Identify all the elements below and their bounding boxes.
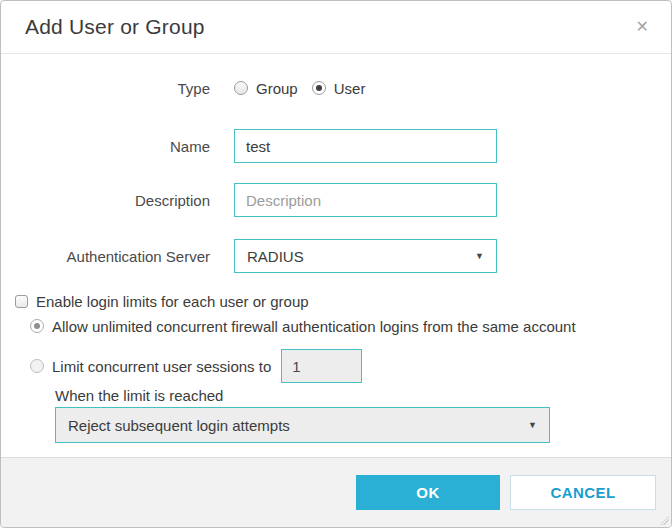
- allow-unlimited-row: Allow unlimited concurrent firewall auth…: [1, 317, 671, 335]
- close-icon[interactable]: ✕: [634, 17, 651, 37]
- user-radio-label[interactable]: User: [334, 80, 366, 97]
- allow-unlimited-radio[interactable]: [30, 319, 44, 333]
- type-option-group[interactable]: Group: [234, 80, 298, 97]
- description-label: Description: [1, 192, 210, 209]
- chevron-down-icon: ▼: [475, 251, 484, 261]
- auth-server-row: Authentication Server RADIUS ▼: [1, 239, 671, 273]
- type-option-user[interactable]: User: [312, 80, 366, 97]
- dialog-titlebar: Add User or Group ✕: [1, 1, 671, 54]
- user-radio[interactable]: [312, 81, 326, 95]
- allow-unlimited-label[interactable]: Allow unlimited concurrent firewall auth…: [52, 318, 576, 335]
- ok-button[interactable]: OK: [356, 475, 500, 510]
- resize-handle[interactable]: [658, 514, 669, 525]
- auth-server-label: Authentication Server: [1, 248, 210, 265]
- chevron-down-icon: ▼: [528, 420, 537, 430]
- enable-login-limits-label[interactable]: Enable login limits for each user or gro…: [36, 293, 309, 310]
- dialog-footer: OK CANCEL: [1, 457, 671, 527]
- add-user-or-group-dialog: Add User or Group ✕ Type Group User Name: [0, 0, 672, 528]
- auth-server-select[interactable]: RADIUS ▼: [234, 239, 497, 273]
- limit-sessions-input[interactable]: [281, 349, 362, 383]
- type-options: Group User: [234, 80, 379, 97]
- enable-login-limits-checkbox[interactable]: [15, 295, 28, 308]
- limit-action-row: Reject subsequent login attempts ▼: [1, 407, 671, 443]
- group-radio[interactable]: [234, 81, 248, 95]
- when-limit-label: When the limit is reached: [55, 387, 223, 404]
- dialog-title: Add User or Group: [25, 15, 205, 39]
- dialog-content: Type Group User Name Description: [1, 54, 671, 443]
- group-radio-label[interactable]: Group: [256, 80, 298, 97]
- type-label: Type: [1, 80, 210, 97]
- auth-server-selected-value: RADIUS: [247, 248, 304, 265]
- description-row: Description: [1, 183, 671, 217]
- name-input[interactable]: [234, 129, 497, 163]
- type-row: Type Group User: [1, 74, 671, 102]
- limit-sessions-row: Limit concurrent user sessions to: [1, 349, 671, 383]
- limit-sessions-radio[interactable]: [30, 359, 44, 373]
- cancel-button[interactable]: CANCEL: [510, 475, 656, 510]
- limit-action-selected-value: Reject subsequent login attempts: [68, 417, 290, 434]
- when-limit-row: When the limit is reached: [1, 387, 671, 404]
- limit-action-select[interactable]: Reject subsequent login attempts ▼: [55, 407, 550, 443]
- name-row: Name: [1, 129, 671, 163]
- enable-login-limits-row: Enable login limits for each user or gro…: [1, 291, 671, 311]
- name-label: Name: [1, 138, 210, 155]
- description-input[interactable]: [234, 183, 497, 217]
- limit-sessions-label[interactable]: Limit concurrent user sessions to: [52, 358, 271, 375]
